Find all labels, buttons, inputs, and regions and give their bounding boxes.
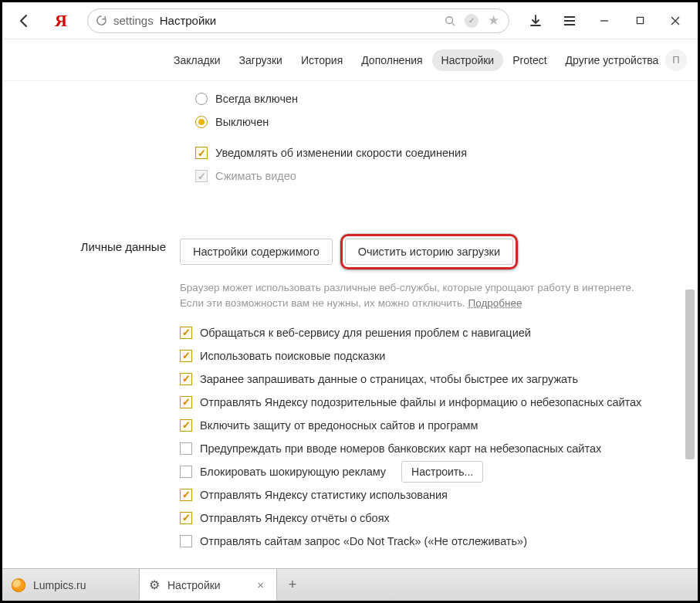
nav-tab-protect[interactable]: Protect (503, 49, 556, 71)
radio-icon (195, 93, 208, 105)
radio-label: Выключен (215, 116, 269, 128)
window-maximize[interactable] (622, 4, 658, 38)
url-title: Настройки (160, 14, 436, 27)
privacy-more-link[interactable]: Подробнее (468, 297, 522, 309)
checkbox-label: Отправлять сайтам запрос «Do Not Track» … (200, 535, 527, 547)
settings-content: Всегда включен Выключен Уведомлять об из… (2, 81, 698, 568)
window-minimize[interactable] (587, 4, 622, 38)
scrollbar-thumb[interactable] (685, 290, 695, 459)
checkbox-icon (180, 535, 192, 547)
configure-ads-button[interactable]: Настроить... (401, 461, 483, 483)
privacy-description: Браузер может использовать различные веб… (180, 280, 651, 312)
new-tab-button[interactable]: + (277, 569, 308, 601)
clear-history-button[interactable]: Очистить историю загрузки (345, 239, 513, 265)
checkbox-icon (180, 466, 192, 478)
radio-always-on[interactable]: Всегда включен (195, 87, 698, 110)
chk-send-stats[interactable]: Отправлять Яндексу статистику использова… (180, 483, 667, 506)
checkbox-icon (180, 489, 192, 501)
highlight-frame: Очистить историю загрузки (340, 234, 518, 269)
close-tab-icon[interactable]: × (257, 578, 264, 591)
chk-send-suspicious[interactable]: Отправлять Яндексу подозрительные файлы … (180, 391, 667, 414)
radio-icon (195, 116, 208, 128)
chk-prefetch[interactable]: Заранее запрашивать данные о страницах, … (180, 368, 667, 391)
privacy-section: Личные данные Настройки содержимого Очис… (2, 234, 698, 553)
checkbox-label: Сжимать видео (215, 170, 296, 182)
nav-tab-devices[interactable]: Другие устройства (556, 49, 668, 71)
profile-avatar[interactable]: П (665, 49, 687, 71)
section-title: Личные данные (2, 234, 180, 253)
checkbox-label: Предупреждать при вводе номеров банковск… (200, 442, 601, 455)
radio-label: Всегда включен (215, 93, 298, 105)
tab-title: Lumpics.ru (33, 579, 86, 591)
checkbox-icon (195, 170, 208, 182)
back-button[interactable] (7, 4, 41, 38)
gear-icon: ⚙ (149, 578, 160, 592)
chk-send-crash-reports[interactable]: Отправлять Яндексу отчёты о сбоях (180, 506, 667, 530)
checkbox-label: Отправлять Яндексу статистику использова… (200, 489, 448, 501)
checkbox-label: Отправлять Яндексу отчёты о сбоях (200, 512, 390, 524)
checkbox-icon (180, 327, 192, 339)
svg-point-0 (446, 16, 453, 23)
checkbox-icon (180, 512, 192, 524)
privacy-desc-text: Браузер может использовать различные веб… (180, 282, 634, 309)
checkbox-compress-video: Сжимать видео (195, 164, 698, 188)
browser-toolbar: Я settings Настройки ✓ ★ (2, 2, 698, 39)
checkbox-icon (180, 442, 192, 455)
chk-block-shocking-ads[interactable]: Блокировать шокирующую рекламу Настроить… (180, 460, 667, 483)
settings-nav: Закладки Загрузки История Дополнения Нас… (2, 39, 698, 81)
checkbox-icon (180, 350, 192, 362)
checkbox-label: Уведомлять об изменении скорости соедине… (215, 147, 467, 159)
window-tab-settings[interactable]: ⚙ Настройки × (140, 569, 277, 601)
favicon-icon (12, 578, 25, 592)
address-bar[interactable]: settings Настройки ✓ ★ (87, 8, 509, 33)
scrollbar[interactable] (684, 81, 696, 568)
downloads-button[interactable] (519, 4, 553, 38)
chk-malware-protection[interactable]: Включить защиту от вредоносных сайтов и … (180, 414, 667, 437)
turbo-options: Всегда включен Выключен Уведомлять об из… (195, 81, 698, 188)
chk-do-not-track[interactable]: Отправлять сайтам запрос «Do Not Track» … (180, 530, 667, 553)
yandex-logo[interactable]: Я (44, 4, 78, 38)
checkbox-icon (195, 147, 208, 159)
nav-tab-settings[interactable]: Настройки (432, 49, 504, 71)
reload-icon[interactable] (96, 15, 107, 26)
chk-search-suggestions[interactable]: Использовать поисковые подсказки (180, 344, 667, 368)
checkbox-label: Заранее запрашивать данные о страницах, … (200, 373, 578, 385)
checkbox-notify-speed[interactable]: Уведомлять об изменении скорости соедине… (195, 141, 698, 164)
menu-button[interactable] (553, 4, 587, 38)
nav-tab-downloads[interactable]: Загрузки (230, 49, 292, 71)
right-controls (519, 4, 693, 38)
url-prefix: settings (113, 14, 154, 27)
checkbox-icon (180, 396, 192, 408)
nav-tab-history[interactable]: История (292, 49, 352, 71)
content-settings-button[interactable]: Настройки содержимого (180, 239, 333, 265)
checkbox-label: Включить защиту от вредоносных сайтов и … (200, 419, 479, 432)
bookmark-star-icon[interactable]: ★ (485, 12, 501, 29)
window-tab-strip: Lumpics.ru ⚙ Настройки × + (2, 568, 698, 601)
protect-icon[interactable]: ✓ (464, 14, 479, 28)
nav-tab-bookmarks[interactable]: Закладки (164, 49, 230, 71)
search-icon[interactable] (442, 15, 458, 26)
svg-line-1 (452, 22, 455, 25)
checkbox-label: Обращаться к веб-сервису для решения про… (200, 327, 531, 339)
svg-rect-6 (637, 17, 643, 23)
window-close[interactable] (658, 4, 693, 38)
nav-tab-addons[interactable]: Дополнения (352, 49, 431, 71)
checkbox-label: Использовать поисковые подсказки (200, 350, 385, 362)
tab-title: Настройки (167, 579, 221, 591)
chk-nav-webservice[interactable]: Обращаться к веб-сервису для решения про… (180, 321, 667, 344)
checkbox-label: Блокировать шокирующую рекламу (200, 466, 386, 478)
window-tab-lumpics[interactable]: Lumpics.ru (2, 569, 140, 601)
chk-card-warning[interactable]: Предупреждать при вводе номеров банковск… (180, 437, 667, 460)
checkbox-label: Отправлять Яндексу подозрительные файлы … (200, 396, 641, 408)
checkbox-icon (180, 419, 192, 432)
checkbox-icon (180, 373, 192, 385)
radio-off[interactable]: Выключен (195, 110, 698, 134)
